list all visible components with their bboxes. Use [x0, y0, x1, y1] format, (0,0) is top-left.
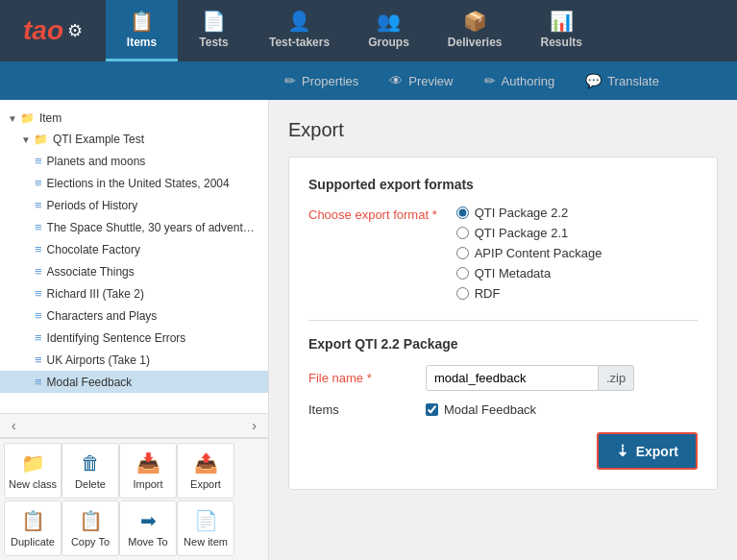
folder-icon-root: 📁	[20, 111, 35, 125]
format-radio-apip[interactable]	[456, 247, 469, 259]
expand-arrow-root: ▼	[8, 113, 17, 124]
items-value: Modal Feedback	[444, 402, 536, 417]
filename-field[interactable]	[426, 365, 599, 391]
logo-text: tao	[23, 15, 63, 46]
sub-nav-properties[interactable]: ✏Properties	[269, 61, 374, 100]
tree-item-planets[interactable]: ≡Planets and moons	[0, 150, 268, 172]
format-radio-qtimeta[interactable]	[456, 267, 469, 280]
delete-button[interactable]: 🗑Delete	[61, 443, 119, 499]
nav-item-test-takers[interactable]: 👤Test-takers	[250, 0, 349, 61]
sub-nav-translate[interactable]: 💬Translate	[570, 61, 675, 100]
scroll-left-button[interactable]: ‹	[4, 416, 24, 435]
items-checkbox-label[interactable]: Modal Feedback	[426, 402, 536, 417]
sub-nav: ✏Properties👁Preview✏Authoring💬Translate	[0, 61, 737, 100]
tree-item-root[interactable]: ▼📁Item	[0, 108, 268, 129]
content-area: Export Supported export formats Choose e…	[269, 100, 737, 560]
tree-label-associate: Associate Things	[47, 265, 135, 279]
action-buttons-row1: 📁New class🗑Delete📥Import📤Export	[4, 443, 264, 499]
items-value-row: Modal Feedback	[426, 402, 536, 417]
sub-nav-preview[interactable]: 👁Preview	[374, 61, 468, 100]
copy-to-icon: 📋	[79, 509, 103, 532]
header: tao ⚙ 📋Items📄Tests👤Test-takers👥Groups📦De…	[0, 0, 737, 61]
copy-to-label: Copy To	[71, 536, 110, 548]
items-checkbox[interactable]	[426, 403, 438, 416]
main-layout: ▼📁Item▼📁QTI Example Test≡Planets and moo…	[0, 100, 737, 560]
tree-label-qti: QTI Example Test	[53, 133, 144, 146]
results-nav-label: Results	[541, 36, 582, 49]
items-label: Items	[308, 402, 414, 417]
filename-row: File name * .zip	[308, 365, 698, 391]
tree-item-periods[interactable]: ≡Periods of History	[0, 194, 268, 216]
import-button[interactable]: 📥Import	[119, 443, 177, 499]
tree-item-associate[interactable]: ≡Associate Things	[0, 260, 268, 282]
tree-label-elections: Elections in the United States, 2004	[47, 177, 230, 190]
scroll-right-button[interactable]: ›	[244, 416, 264, 435]
tree-item-qti[interactable]: ▼📁QTI Example Test	[0, 129, 268, 150]
export-panel: Supported export formats Choose export f…	[288, 157, 718, 490]
format-option-qti22[interactable]: QTI Package 2.2	[456, 206, 602, 220]
nav-item-items[interactable]: 📋Items	[106, 0, 178, 61]
nav-item-deliveries[interactable]: 📦Deliveries	[429, 0, 522, 61]
filename-required: *	[367, 371, 372, 385]
new-class-icon: 📁	[21, 451, 45, 475]
folder-icon-qti: 📁	[34, 133, 48, 146]
nav-item-tests[interactable]: 📄Tests	[178, 0, 250, 61]
export-button[interactable]: ⇣ Export	[597, 432, 698, 470]
item-icon-richard: ≡	[35, 286, 42, 301]
qti-section-title: Export QTI 2.2 Package	[308, 336, 698, 352]
divider	[308, 320, 698, 321]
action-buttons: 📁New class🗑Delete📥Import📤Export📋Duplicat…	[0, 438, 268, 560]
action-buttons-row2: 📋Duplicate📋Copy To➡Move To📄New item	[4, 500, 264, 556]
deliveries-nav-icon: 📦	[463, 10, 487, 33]
tree-item-modal[interactable]: ≡Modal Feedback	[0, 371, 268, 393]
tree-item-sentence[interactable]: ≡Identifying Sentence Errors	[0, 327, 268, 349]
format-radio-qti22[interactable]	[456, 207, 469, 219]
duplicate-button[interactable]: 📋Duplicate	[4, 500, 61, 556]
item-icon-associate: ≡	[35, 264, 42, 279]
tree-item-richard[interactable]: ≡Richard III (Take 2)	[0, 282, 268, 304]
new-class-button[interactable]: 📁New class	[4, 443, 61, 499]
filename-input-wrapper: .zip	[426, 365, 634, 391]
format-option-qti21[interactable]: QTI Package 2.1	[456, 226, 602, 240]
tree-item-chocolate[interactable]: ≡Chocolate Factory	[0, 238, 268, 260]
results-nav-icon: 📊	[550, 10, 574, 33]
format-radio-rdf[interactable]	[456, 287, 469, 300]
item-icon-chocolate: ≡	[35, 242, 42, 256]
new-item-button[interactable]: 📄New item	[177, 500, 234, 556]
tree-label-planets: Planets and moons	[47, 155, 146, 168]
nav-item-results[interactable]: 📊Results	[522, 0, 602, 61]
items-nav-icon: 📋	[130, 10, 154, 33]
tree-container: ▼📁Item▼📁QTI Example Test≡Planets and moo…	[0, 100, 268, 413]
export-button[interactable]: 📤Export	[177, 443, 234, 499]
tree-label-periods: Periods of History	[47, 199, 138, 212]
format-option-qtimeta[interactable]: QTI Metadata	[456, 266, 602, 280]
copy-to-button[interactable]: 📋Copy To	[61, 500, 119, 556]
item-icon-periods: ≡	[35, 198, 42, 212]
nav-item-groups[interactable]: 👥Groups	[349, 0, 429, 61]
item-icon-elections: ≡	[35, 176, 42, 190]
format-label-qtimeta: QTI Metadata	[475, 266, 551, 280]
move-to-icon: ➡	[140, 509, 157, 532]
duplicate-icon: 📋	[21, 509, 45, 532]
tree-label-airports: UK Airports (Take 1)	[47, 353, 150, 367]
move-to-button[interactable]: ➡Move To	[119, 500, 177, 556]
tree-label-chocolate: Chocolate Factory	[47, 243, 140, 256]
format-radio-qti21[interactable]	[456, 227, 469, 239]
delete-label: Delete	[75, 478, 106, 490]
supported-formats-title: Supported export formats	[308, 177, 698, 192]
radio-group: QTI Package 2.2QTI Package 2.1APIP Conte…	[456, 206, 602, 301]
tree-item-elections[interactable]: ≡Elections in the United States, 2004	[0, 172, 268, 194]
format-option-apip[interactable]: APIP Content Package	[456, 246, 602, 260]
format-option-rdf[interactable]: RDF	[456, 286, 602, 301]
duplicate-label: Duplicate	[11, 536, 55, 548]
tree-item-characters[interactable]: ≡Characters and Plays	[0, 304, 268, 327]
tree-item-airports[interactable]: ≡UK Airports (Take 1)	[0, 349, 268, 371]
format-label-qti21: QTI Package 2.1	[475, 226, 569, 240]
logo: tao ⚙	[0, 0, 106, 61]
tree-label-space: The Space Shuttle, 30 years of adventur.…	[47, 221, 260, 234]
import-icon: 📥	[136, 451, 160, 475]
item-icon-airports: ≡	[35, 353, 42, 367]
sub-nav-authoring[interactable]: ✏Authoring	[469, 61, 571, 100]
delete-icon: 🗑	[81, 452, 100, 475]
tree-item-space[interactable]: ≡The Space Shuttle, 30 years of adventur…	[0, 216, 268, 238]
